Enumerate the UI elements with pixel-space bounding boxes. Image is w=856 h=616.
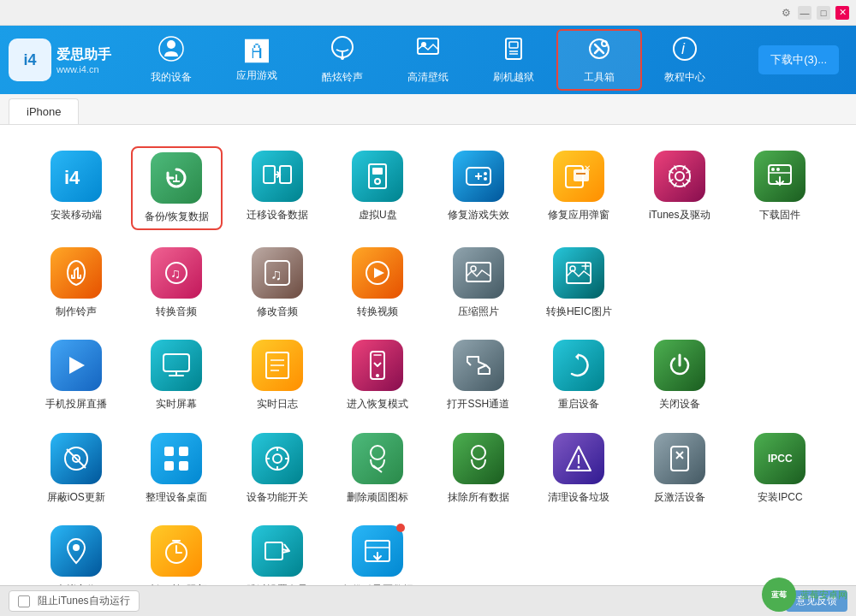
watermark-logo: 蓝莓	[762, 578, 796, 612]
main-content: i4安装移动端备份/恢复数据迁移设备数据虚拟U盘修复游戏失效✕修复应用弹窗iTu…	[0, 125, 856, 585]
tutorial-icon: i	[672, 36, 698, 68]
tool-item-install-ipcc[interactable]: IPCC安装IPCC	[734, 429, 827, 509]
nav-item-apps[interactable]: 🅰应用游戏	[214, 29, 300, 91]
tool-item-virtual-udisk[interactable]: 虚拟U盘	[332, 146, 425, 230]
nav-item-ringtones[interactable]: 酷炫铃声	[300, 29, 385, 91]
maximize-button[interactable]: □	[817, 6, 830, 20]
ssh-tunnel-icon	[453, 340, 504, 391]
nav-item-jailbreak[interactable]: 刷机越狱	[471, 29, 556, 91]
svg-text:♫: ♫	[270, 266, 282, 283]
tool-item-make-ringtone[interactable]: 制作铃声	[30, 243, 122, 323]
itunes-driver-icon	[654, 151, 705, 202]
nav-item-tutorial[interactable]: i教程中心	[642, 29, 728, 91]
svg-point-28	[484, 177, 487, 181]
tool-item-break-time[interactable]: 破解时间限额	[131, 521, 223, 585]
tool-item-real-screen[interactable]: 实时屏幕	[131, 335, 223, 416]
reboot-icon	[553, 340, 604, 391]
nav-item-toolbox[interactable]: 工具箱	[556, 29, 642, 91]
tab-iphone[interactable]: iPhone	[9, 98, 79, 124]
tool-item-ssh-tunnel[interactable]: 打开SSH通道	[432, 335, 525, 416]
delete-icon-icon	[352, 433, 403, 484]
shutdown-icon	[654, 340, 705, 391]
tool-item-reboot[interactable]: 重启设备	[533, 335, 626, 416]
tool-item-deactivate[interactable]: 反激活设备	[633, 429, 726, 509]
svg-rect-8	[509, 42, 518, 48]
recovery-mode-icon	[352, 340, 403, 391]
tool-item-recovery-mode[interactable]: 进入恢复模式	[332, 335, 425, 416]
real-screen-icon	[151, 340, 202, 391]
svg-rect-67	[179, 461, 188, 471]
download-firmware-label: 下载固件	[759, 209, 800, 222]
tool-item-download-firmware[interactable]: 下载固件	[734, 146, 827, 230]
itunes-checkbox[interactable]	[18, 595, 30, 607]
logo-symbol: i4	[23, 51, 36, 69]
svg-point-33	[669, 166, 690, 187]
nav-item-my-device[interactable]: 我的设备	[128, 29, 214, 91]
tool-item-shutdown[interactable]: 关闭设备	[633, 335, 726, 416]
tool-item-fake-location[interactable]: 虚拟定位	[30, 521, 122, 585]
svg-marker-44	[374, 268, 384, 278]
close-button[interactable]: ✕	[835, 6, 849, 20]
tool-item-backup-restore[interactable]: 备份/恢复数据	[131, 146, 223, 230]
minimize-button[interactable]: —	[798, 6, 811, 20]
svg-point-1	[167, 40, 175, 49]
svg-point-83	[73, 544, 80, 551]
fix-game-icon	[453, 151, 504, 202]
svg-rect-19	[264, 166, 275, 183]
tool-item-convert-audio[interactable]: ♫转换音频	[131, 243, 223, 323]
download-button[interactable]: 下载中(3)...	[758, 45, 839, 74]
svg-point-37	[771, 168, 775, 171]
tool-item-compress-photo[interactable]: 压缩照片	[432, 243, 525, 323]
tool-item-empty4	[432, 521, 525, 585]
header: i4 爱思助手 www.i4.cn 我的设备🅰应用游戏酷炫铃声高清壁纸刷机越狱工…	[0, 26, 856, 94]
tool-item-real-log[interactable]: 实时日志	[231, 335, 324, 416]
tool-item-clean-junk[interactable]: 清理设备垃圾	[533, 429, 626, 509]
install-ipcc-icon: IPCC	[754, 433, 805, 484]
my-device-label: 我的设备	[151, 70, 192, 85]
tool-item-delete-icon[interactable]: 删除顽固图标	[332, 429, 425, 509]
edit-audio-label: 修改音频	[257, 305, 298, 319]
logo-area: i4 爱思助手 www.i4.cn	[9, 38, 120, 81]
svg-text:i: i	[681, 40, 686, 57]
tool-item-convert-video[interactable]: 转换视频	[332, 243, 425, 323]
function-switch-icon	[252, 433, 303, 484]
tool-item-manage-desktop[interactable]: 整理设备桌面	[131, 429, 223, 509]
tool-item-empty5	[533, 521, 626, 585]
tool-item-fix-popup[interactable]: ✕修复应用弹窗	[533, 146, 626, 230]
svg-text:♫: ♫	[170, 266, 181, 281]
tool-item-function-switch[interactable]: 设备功能开关	[231, 429, 324, 509]
svg-rect-88	[265, 542, 282, 560]
tool-item-edit-audio[interactable]: ♫修改音频	[231, 243, 324, 323]
svg-point-46	[471, 266, 476, 271]
itunes-label: 阻止iTunes自动运行	[38, 594, 130, 608]
tool-item-backup-guide[interactable]: 备份引导区数据	[332, 521, 425, 585]
itunes-toggle[interactable]: 阻止iTunes自动运行	[9, 590, 140, 612]
download-firmware-icon	[754, 151, 805, 202]
tool-item-screen-mirror[interactable]: 手机投屏直播	[30, 335, 122, 416]
tool-item-block-update[interactable]: 屏蔽iOS更新	[30, 429, 122, 509]
install-app-icon: i4	[51, 151, 102, 202]
tool-item-erase-all[interactable]: 抹除所有数据	[432, 429, 525, 509]
logo-url: www.i4.cn	[56, 64, 111, 74]
make-ringtone-label: 制作铃声	[56, 305, 97, 319]
tool-item-install-app[interactable]: i4安装移动端	[30, 146, 122, 230]
tool-item-itunes-driver[interactable]: iTunes及驱动	[633, 146, 726, 230]
tool-item-migrate[interactable]: 迁移设备数据	[231, 146, 324, 230]
screen-mirror-icon	[51, 340, 102, 391]
manage-desktop-label: 整理设备桌面	[146, 491, 207, 505]
settings-icon[interactable]: ⚙	[779, 6, 793, 20]
bottom-bar: 阻止iTunes自动运行 意见反馈 蓝莓 蓝莓安卓网	[0, 585, 856, 616]
fake-location-label: 虚拟定位	[56, 583, 97, 585]
my-device-icon	[158, 36, 184, 68]
tool-item-empty7	[734, 521, 827, 585]
tool-item-skip-setup[interactable]: 跳过设置向导	[231, 521, 324, 585]
break-time-label: 破解时间限额	[146, 583, 207, 585]
svg-point-74	[371, 446, 384, 459]
tool-item-fix-game[interactable]: 修复游戏失效	[432, 146, 525, 230]
install-app-label: 安装移动端	[51, 209, 102, 222]
nav-item-wallpaper[interactable]: 高清壁纸	[385, 29, 471, 91]
tool-item-convert-heic[interactable]: 转换HEIC图片	[533, 243, 626, 323]
jailbreak-icon	[501, 36, 526, 68]
fix-popup-icon: ✕	[553, 151, 604, 202]
wallpaper-icon	[415, 36, 441, 68]
